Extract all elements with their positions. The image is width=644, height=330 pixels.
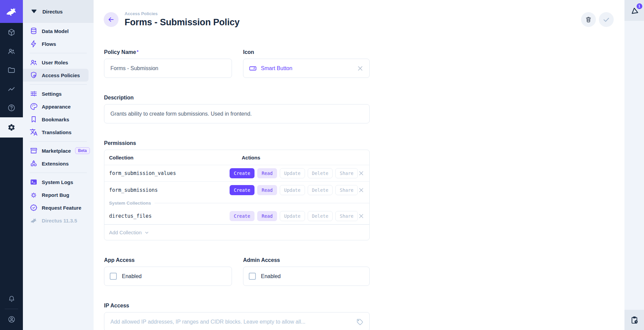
remove-collection-button[interactable] <box>358 213 365 219</box>
module-documentation[interactable] <box>0 98 23 117</box>
action-chip-read[interactable]: Read <box>257 211 277 221</box>
action-chip-create[interactable]: Create <box>230 211 255 221</box>
sidebar-divider <box>30 141 87 142</box>
beta-badge: Beta <box>75 147 90 154</box>
back-button[interactable] <box>104 12 118 27</box>
policy-name-label: Policy Name* <box>104 49 232 55</box>
sidebar-item-label: Extensions <box>42 161 69 167</box>
column-header-actions: Actions <box>242 155 260 160</box>
action-chip-share[interactable]: Share <box>335 168 358 178</box>
collection-name: form_submissions <box>109 187 230 193</box>
action-chip-delete[interactable]: Delete <box>308 211 333 221</box>
admin-access-checkbox[interactable] <box>249 273 256 280</box>
sidebar-divider <box>30 84 87 85</box>
description-input[interactable] <box>104 104 370 123</box>
admin-access-checkbox-label: Enabled <box>261 273 281 279</box>
sidebar-item-extensions[interactable]: Extensions <box>23 157 89 170</box>
icon-label: Icon <box>243 49 370 55</box>
add-collection-label: Add Collection <box>109 230 142 235</box>
sidebar-item-flows[interactable]: Flows <box>23 37 89 50</box>
module-user-directory[interactable] <box>0 42 23 61</box>
activity-sidebar-button[interactable] <box>624 310 644 330</box>
permissions-table: Collection Actions form_submission_value… <box>104 150 370 240</box>
right-sidebar: 1 <box>624 0 644 330</box>
sidebar-divider <box>30 173 87 173</box>
action-chip-update[interactable]: Update <box>280 211 305 221</box>
sidebar-item-appearance[interactable]: Appearance <box>23 100 89 113</box>
sidebar-item-request-feature[interactable]: Request Feature <box>23 201 89 214</box>
sidebar-item-translations[interactable]: Translations <box>23 126 89 139</box>
action-chip-share[interactable]: Share <box>335 185 358 195</box>
module-file-library[interactable] <box>0 61 23 80</box>
sidebar-item-report-bug[interactable]: Report Bug <box>23 188 89 201</box>
clear-icon-button[interactable] <box>357 65 364 72</box>
project-name: Directus <box>42 9 63 14</box>
sidebar-item-system-logs[interactable]: System Logs <box>23 176 89 188</box>
permission-row: form_submissions Create Read Update Dele… <box>104 182 369 198</box>
close-icon <box>357 65 364 72</box>
palette-icon <box>30 102 38 111</box>
policy-name-input[interactable] <box>104 59 232 78</box>
version-label: Directus 11.3.5 <box>42 218 77 223</box>
sidebar-item-bookmarks[interactable]: Bookmarks <box>23 113 89 126</box>
app-access-checkbox-label: Enabled <box>122 273 142 279</box>
app-access-checkbox[interactable] <box>110 273 117 280</box>
action-chip-read[interactable]: Read <box>257 168 277 178</box>
extensions-icon <box>30 159 38 168</box>
delete-button[interactable] <box>581 12 596 27</box>
action-chip-share[interactable]: Share <box>335 211 358 221</box>
tune-icon <box>30 90 38 98</box>
database-icon <box>30 27 38 35</box>
action-chip-delete[interactable]: Delete <box>308 185 333 195</box>
sidebar-item-data-model[interactable]: Data Model <box>23 25 89 37</box>
arrow-left-icon <box>107 16 115 23</box>
notifications-tray-button[interactable]: 1 <box>624 0 644 21</box>
main-content: Access Policies Forms - Submission Polic… <box>94 0 624 330</box>
directus-logo[interactable] <box>0 0 23 23</box>
account-circle-icon <box>8 316 15 323</box>
module-settings[interactable] <box>0 117 23 138</box>
page-title: Forms - Submission Policy <box>125 17 240 28</box>
clipboard-clock-icon <box>630 316 639 324</box>
ip-access-input[interactable] <box>104 312 370 330</box>
save-button[interactable] <box>599 12 614 27</box>
notifications-button[interactable] <box>0 291 23 306</box>
gear-icon <box>7 123 15 131</box>
icon-field[interactable]: Smart Button <box>243 59 370 78</box>
translate-icon <box>30 128 38 136</box>
sidebar-item-version: Directus 11.3.5 <box>23 214 89 227</box>
collection-name: form_submission_values <box>109 170 230 176</box>
policy-form: Policy Name* Icon Smart Button Descripti… <box>104 49 370 330</box>
module-content[interactable] <box>0 23 23 42</box>
shield-policy-icon <box>30 71 38 79</box>
remove-collection-button[interactable] <box>358 170 365 177</box>
sidebar-item-user-roles[interactable]: User Roles <box>23 56 89 69</box>
description-label: Description <box>104 95 370 101</box>
remove-collection-button[interactable] <box>358 187 365 193</box>
sidebar-item-marketplace[interactable]: Marketplace Beta <box>23 144 89 157</box>
verified-badge-icon <box>30 204 38 212</box>
action-chip-update[interactable]: Update <box>280 168 305 178</box>
permissions-label: Permissions <box>104 140 370 146</box>
action-chip-create[interactable]: Create <box>230 185 255 195</box>
sidebar-item-label: Request Feature <box>42 205 81 211</box>
bell-icon <box>8 295 15 303</box>
tag-icon[interactable] <box>356 318 364 326</box>
account-button[interactable] <box>0 312 23 327</box>
project-header[interactable]: Directus <box>23 0 94 23</box>
action-chip-create[interactable]: Create <box>230 168 255 178</box>
sidebar-item-settings[interactable]: Settings <box>23 87 89 100</box>
terminal-icon <box>30 178 38 186</box>
icon-field-value: Smart Button <box>261 65 292 71</box>
add-collection-button[interactable]: Add Collection <box>104 224 369 240</box>
action-chip-update[interactable]: Update <box>280 185 305 195</box>
action-chip-read[interactable]: Read <box>257 185 277 195</box>
sidebar-item-access-policies[interactable]: Access Policies <box>23 69 89 82</box>
close-icon <box>358 170 365 177</box>
check-icon <box>602 16 610 24</box>
breadcrumb[interactable]: Access Policies <box>125 11 240 16</box>
help-icon <box>7 104 15 112</box>
action-chip-delete[interactable]: Delete <box>308 168 333 178</box>
module-insights[interactable] <box>0 80 23 98</box>
module-bar <box>0 0 23 330</box>
